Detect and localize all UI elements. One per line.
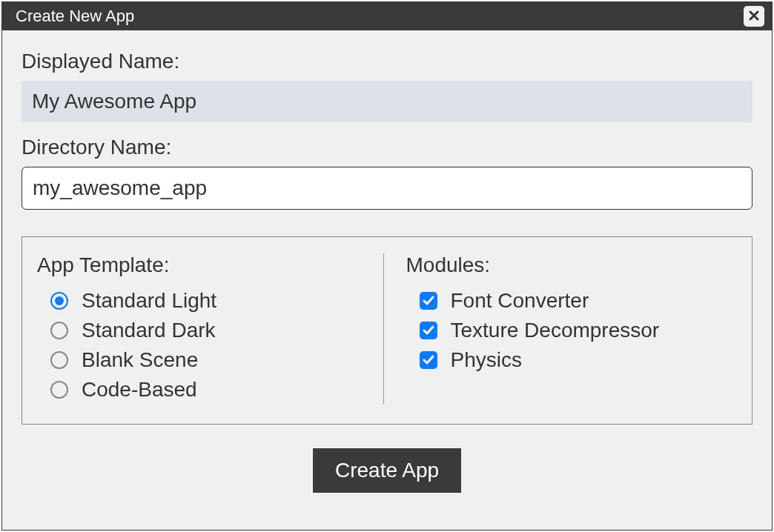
template-option-label: Standard Dark	[82, 319, 216, 342]
create-app-button[interactable]: Create App	[313, 448, 461, 493]
modules-label: Modules:	[406, 253, 738, 277]
radio-icon	[50, 351, 68, 369]
module-option-font-converter[interactable]: Font Converter	[406, 286, 738, 316]
module-option-label: Physics	[451, 348, 522, 372]
template-option-blank-scene[interactable]: Blank Scene	[37, 345, 368, 375]
module-option-label: Texture Decompressor	[451, 319, 660, 342]
displayed-name-value: My Awesome App	[22, 81, 752, 122]
options-panel: App Template: Standard Light Standard Da…	[22, 236, 752, 425]
radio-icon	[50, 322, 68, 339]
template-option-standard-light[interactable]: Standard Light	[37, 286, 368, 316]
template-option-standard-dark[interactable]: Standard Dark	[37, 316, 368, 345]
radio-icon	[50, 381, 68, 399]
module-option-physics[interactable]: Physics	[406, 345, 738, 375]
checkbox-icon	[420, 322, 437, 339]
dialog-content: Displayed Name: My Awesome App Directory…	[2, 30, 772, 530]
template-label: App Template:	[37, 253, 368, 277]
radio-icon	[50, 292, 68, 310]
button-row: Create App	[22, 425, 752, 516]
displayed-name-label: Displayed Name:	[22, 50, 752, 73]
dialog-title: Create New App	[16, 7, 134, 26]
modules-section: Modules: Font Converter Texture Decompre…	[384, 253, 738, 405]
template-option-code-based[interactable]: Code-Based	[37, 375, 368, 405]
close-button[interactable]	[744, 6, 764, 27]
checkbox-icon	[420, 351, 437, 369]
titlebar: Create New App	[2, 2, 772, 30]
create-app-dialog: Create New App Displayed Name: My Awesom…	[1, 1, 773, 531]
close-icon	[748, 7, 760, 26]
template-option-label: Code-Based	[82, 378, 197, 402]
directory-name-input[interactable]	[22, 167, 752, 210]
template-section: App Template: Standard Light Standard Da…	[37, 253, 384, 405]
module-option-label: Font Converter	[451, 289, 589, 313]
directory-name-label: Directory Name:	[22, 136, 752, 159]
template-option-label: Standard Light	[82, 289, 216, 313]
template-option-label: Blank Scene	[82, 348, 198, 372]
checkbox-icon	[420, 292, 437, 310]
module-option-texture-decompressor[interactable]: Texture Decompressor	[406, 316, 738, 345]
